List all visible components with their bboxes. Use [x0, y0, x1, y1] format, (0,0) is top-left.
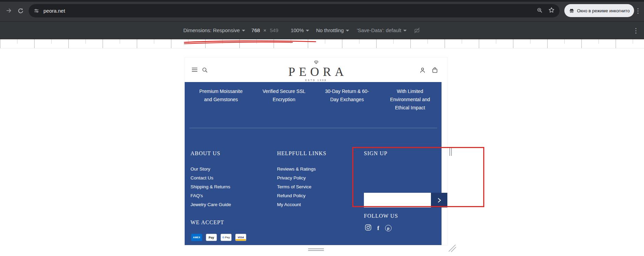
link-refund-policy[interactable]: Refund Policy	[277, 191, 327, 200]
cart-icon[interactable]	[432, 67, 438, 73]
link-shipping-returns[interactable]: Shipping & Returns	[190, 183, 231, 191]
apple-pay-icon: Pay	[206, 234, 217, 241]
reload-icon	[17, 8, 24, 14]
viewport-width-input[interactable]: 768	[251, 27, 260, 33]
sign-up-heading: SIGN UP	[364, 150, 387, 157]
helpful-links-heading: HELPFULL LINKS	[277, 150, 327, 157]
link-reviews-ratings[interactable]: Reviews & Ratings	[277, 165, 327, 174]
horizontal-ruler	[0, 39, 644, 49]
benefits-row: Premium Moissanite and Gemstones Verifie…	[185, 82, 442, 112]
payment-methods-row: AMEX Pay GPay VISA	[191, 234, 246, 241]
we-accept-heading: WE ACCEPT	[190, 219, 224, 226]
device-viewport: PEORA ESTD 1998 Premium Moissanite and G…	[185, 57, 447, 245]
pinterest-icon[interactable]: p	[385, 225, 392, 231]
logo-text: PEORA	[285, 66, 347, 79]
site-header: PEORA ESTD 1998	[185, 57, 447, 82]
footer-section: Premium Moissanite and Gemstones Verifie…	[185, 82, 442, 245]
site-logo[interactable]: PEORA ESTD 1998	[285, 59, 347, 81]
chevron-right-icon	[437, 197, 442, 203]
link-our-story[interactable]: Our Story	[190, 165, 231, 174]
browser-toolbar: peora.net Окно	[0, 0, 644, 21]
account-icon[interactable]	[419, 67, 426, 73]
facebook-icon[interactable]: f	[377, 225, 379, 232]
page-scrollbar-track[interactable]	[442, 82, 447, 245]
incognito-icon	[569, 8, 575, 14]
follow-us-heading: FOLLOW US	[364, 213, 398, 219]
save-data-dropdown[interactable]: 'Save-Data': default	[357, 27, 407, 33]
dimensions-dropdown[interactable]: Dimensions: Responsive	[183, 27, 245, 33]
incognito-label: Окно в режиме инкогнито	[577, 8, 630, 13]
link-terms-of-service[interactable]: Terms of Service	[277, 183, 327, 191]
forward-button[interactable]	[5, 6, 13, 15]
dimensions-separator: ×	[263, 27, 266, 33]
google-pay-icon: GPay	[221, 234, 232, 241]
viewport-resize-handle-bottom[interactable]	[308, 248, 324, 251]
site-settings-icon[interactable]	[34, 8, 39, 14]
rotate-viewport-disabled-icon[interactable]	[413, 27, 420, 34]
benefit-item: 30-Day Return & 60- Day Exchanges	[316, 87, 379, 112]
visa-icon: VISA	[235, 234, 246, 241]
link-jewelry-care-guide[interactable]: Jewelry Care Guide	[190, 200, 231, 209]
browser-menu-kebab-icon[interactable]: ⋮	[635, 8, 641, 14]
caret-down-icon	[403, 30, 407, 31]
caret-down-icon	[242, 30, 245, 31]
devtools-menu-kebab-icon[interactable]: ⋮	[633, 27, 639, 34]
url-text: peora.net	[43, 8, 65, 14]
caret-down-icon	[346, 30, 349, 31]
link-my-account[interactable]: My Account	[277, 200, 327, 209]
link-faqs[interactable]: FAQ's	[190, 191, 231, 200]
benefit-item: Verified Secure SSL Encryption	[252, 87, 315, 112]
benefit-item: With Limited Environmental and Ethical I…	[379, 87, 442, 112]
footer-divider	[189, 128, 437, 128]
instagram-icon[interactable]	[365, 224, 371, 232]
address-bar[interactable]: peora.net	[29, 4, 560, 17]
link-contact-us[interactable]: Contact Us	[190, 174, 231, 183]
viewport-resize-handle-right[interactable]	[449, 147, 452, 156]
benefit-item: Premium Moissanite and Gemstones	[189, 87, 252, 112]
incognito-badge[interactable]: Окно в режиме инкогнито	[564, 4, 634, 17]
menu-icon[interactable]	[192, 67, 198, 72]
search-icon[interactable]	[202, 67, 208, 73]
throttling-dropdown[interactable]: No throttling	[316, 27, 349, 33]
viewport-resize-handle-corner[interactable]	[447, 243, 457, 254]
devtools-device-toolbar: Dimensions: Responsive 768 × 549 100% No…	[0, 21, 644, 39]
bookmark-star-icon[interactable]	[548, 7, 555, 15]
zoom-in-icon[interactable]	[537, 7, 543, 15]
logo-subtext: ESTD 1998	[285, 79, 347, 81]
forward-arrow-icon	[5, 7, 12, 14]
zoom-dropdown[interactable]: 100%	[291, 27, 309, 33]
viewport-height-input[interactable]: 549	[270, 27, 278, 33]
newsletter-email-input[interactable]	[364, 193, 431, 207]
diamond-ring-icon	[314, 60, 318, 64]
window-top-edge	[0, 0, 644, 2]
link-privacy-policy[interactable]: Privacy Policy	[277, 174, 327, 183]
reload-button[interactable]	[16, 6, 25, 15]
amex-icon: AMEX	[191, 234, 202, 241]
caret-down-icon	[306, 30, 309, 31]
newsletter-submit-button[interactable]	[431, 193, 447, 207]
about-us-heading: ABOUT US	[190, 150, 231, 157]
